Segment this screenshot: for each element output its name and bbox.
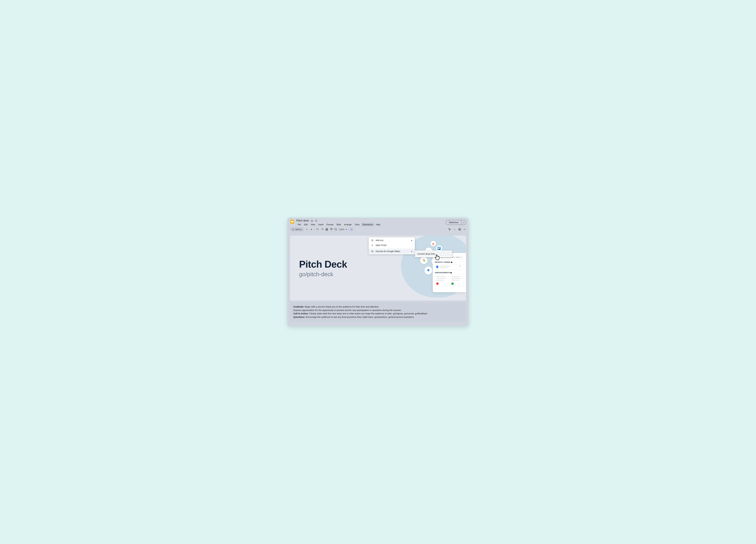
- dropdown-item-addons[interactable]: Add-ons ▶: [369, 238, 415, 243]
- menu-help[interactable]: Help: [375, 223, 381, 226]
- new-slide-icon[interactable]: +: [305, 228, 308, 231]
- addon-icon: [371, 239, 373, 242]
- app-icon-jira: [424, 267, 432, 274]
- menu-file[interactable]: File: [296, 223, 302, 226]
- svg-point-8: [335, 228, 337, 230]
- zoom-level[interactable]: 125%▾: [339, 228, 347, 231]
- dashboard-card: [435, 264, 457, 270]
- menubar: File Edit View Insert Format Slide Arran…: [296, 223, 444, 226]
- svg-point-20: [424, 261, 425, 262]
- slide-subtitle: go/pitch-deck: [299, 271, 347, 277]
- slides-window: Pitch deck File Edit View Insert Format …: [287, 218, 469, 326]
- dropdown-caret-icon[interactable]: ▾: [310, 228, 313, 231]
- undo-icon[interactable]: [316, 228, 319, 231]
- menu-edit[interactable]: Edit: [303, 223, 309, 226]
- chevron-right-icon: ▶: [411, 251, 412, 252]
- divider: [348, 228, 349, 231]
- notes-questions-text: Encourage the audience to ask any final …: [305, 316, 414, 318]
- avatar-icon: [451, 282, 454, 285]
- dropdown-caret-icon[interactable]: ▾: [453, 228, 456, 231]
- menu-insert[interactable]: Insert: [317, 223, 325, 226]
- print-icon[interactable]: [325, 228, 328, 231]
- titlebar: Pitch deck File Edit View Insert Format …: [287, 218, 469, 226]
- menu-tools[interactable]: Tools: [353, 223, 361, 226]
- notes-questions-label: Questions:: [293, 316, 305, 318]
- svg-point-3: [292, 229, 294, 230]
- menu-extensions[interactable]: Extensions: [361, 223, 374, 226]
- app-icon-asana: [420, 257, 427, 264]
- svg-rect-17: [439, 248, 440, 249]
- dashboard-card: [435, 275, 449, 286]
- dashboard-mockup: Search documents, tasks, people RECENTLY…: [433, 253, 466, 292]
- svg-rect-26: [460, 266, 460, 267]
- collapse-icon[interactable]: [463, 228, 466, 231]
- svg-rect-14: [371, 251, 373, 252]
- extensions-dropdown: Add-ons ▶ Apps Script GoLinks for Google…: [369, 237, 415, 254]
- svg-point-13: [372, 246, 373, 246]
- svg-point-18: [423, 259, 424, 260]
- svg-point-10: [371, 245, 372, 246]
- star-icon[interactable]: [311, 220, 313, 222]
- notes-cta-text: Clearly state what the next steps are or…: [309, 312, 427, 315]
- svg-point-11: [372, 244, 373, 245]
- document-title[interactable]: Pitch deck: [296, 219, 309, 222]
- notes-gratitude-text: Begin with a sincere thank you to the au…: [304, 305, 379, 308]
- menu-format[interactable]: Format: [325, 223, 334, 226]
- search-icon: [292, 228, 294, 231]
- redo-icon[interactable]: [321, 228, 324, 231]
- svg-rect-27: [460, 266, 461, 267]
- pointer-tool-icon[interactable]: [350, 228, 353, 231]
- dropdown-item-golinks[interactable]: GoLinks for Google Slides ▶: [369, 249, 415, 254]
- svg-rect-1: [291, 221, 293, 222]
- svg-point-12: [373, 245, 373, 246]
- dashboard-card: [458, 264, 464, 270]
- slides-logo-icon: [290, 220, 295, 224]
- slideshow-dropdown[interactable]: [461, 220, 466, 225]
- doc-icon: [436, 266, 438, 268]
- menu-arrange[interactable]: Arrange: [343, 223, 353, 226]
- dashboard-recently-viewed-label: RECENTLY VIEWED: [435, 262, 464, 263]
- menus-label: Menus: [295, 228, 302, 231]
- app-icon-g: g: [430, 241, 436, 246]
- svg-rect-7: [330, 228, 332, 229]
- figma-icon: [459, 266, 461, 268]
- cursor-mode-icon[interactable]: [448, 228, 451, 231]
- slide-title: Pitch Deck: [299, 259, 347, 270]
- golinks-submenu: Convert all go links: [415, 251, 452, 257]
- slideshow-button[interactable]: Slideshow: [446, 220, 461, 225]
- notes-gratitude-line2: Express appreciation for the opportunity…: [293, 308, 463, 312]
- svg-rect-15: [438, 247, 441, 250]
- svg-rect-16: [438, 248, 439, 249]
- svg-point-19: [422, 261, 424, 262]
- svg-rect-9: [371, 240, 373, 241]
- avatar-icon: [436, 282, 439, 285]
- paint-format-icon[interactable]: [330, 228, 333, 231]
- move-folder-icon[interactable]: [315, 220, 317, 222]
- divider: [314, 228, 315, 231]
- notes-cta-label: Call to Action:: [293, 312, 309, 315]
- menu-slide[interactable]: Slide: [335, 223, 342, 226]
- submenu-item-convert[interactable]: Convert all go links: [415, 251, 452, 257]
- toolbar: Menus + ▾ 125%▾ ▾: [287, 226, 469, 233]
- dashboard-card: [450, 275, 464, 286]
- chevron-right-icon: ▶: [411, 240, 412, 241]
- svg-marker-2: [311, 220, 313, 222]
- zoom-icon[interactable]: [334, 228, 337, 231]
- dropdown-item-apps-script[interactable]: Apps Script: [369, 243, 415, 248]
- apps-script-icon: [371, 244, 373, 246]
- menus-search[interactable]: Menus: [290, 228, 304, 231]
- notes-gratitude-label: Gratitude:: [293, 305, 304, 308]
- golinks-icon: [371, 250, 373, 253]
- menu-view[interactable]: View: [310, 223, 316, 226]
- dashboard-announcements-label: ANNOUNCEMENTS: [435, 272, 464, 273]
- slide-text: Pitch Deck go/pitch-deck: [299, 259, 347, 277]
- speaker-notes[interactable]: Gratitude: Begin with a sincere thank yo…: [290, 302, 466, 321]
- record-icon[interactable]: [458, 228, 461, 231]
